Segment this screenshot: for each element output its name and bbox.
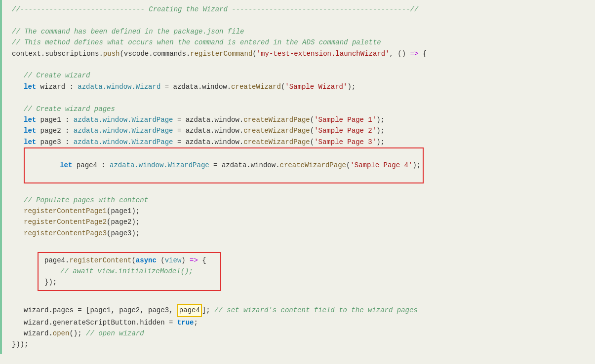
comment-line-2: // This method defines what occurs when … [8,37,595,48]
code-wizard-pages: wizard.pages = [page1, page2, page3, pag… [8,304,595,317]
comment-line-1: // The command has been defined in the p… [8,26,595,37]
code-wizard-open: wizard.open(); // open wizard [8,328,595,339]
blank-line-1 [8,15,595,26]
page4-inline-highlight: page4 [177,304,202,317]
code-let-page4-highlighted: let page4 : azdata.window.WizardPage = a… [8,147,595,183]
blank-line-5 [8,239,595,250]
code-line-push: context.subscriptions.push(vscode.comman… [8,48,595,59]
comment-create-wizard: // Create wizard [8,70,595,81]
code-wizard-generate: wizard.generateScriptButton.hidden = tru… [8,317,595,328]
code-await-initialize: // await view.initializeModel(); [44,266,214,277]
code-let-page2: let page2 : azdata.window.WizardPage = a… [8,125,595,136]
code-let-page3: let page3 : azdata.window.WizardPage = a… [8,137,595,147]
code-container: //------------------------------ Creatin… [0,0,595,354]
code-closing-braces: })); [8,339,595,350]
comment-populate-pages: // Populate pages with content [8,195,595,206]
code-register-page2: registerContentPage2(page2); [8,217,595,227]
left-accent-bar [0,0,2,354]
code-register-content-start: page4.registerContent(async (view) => { [44,255,214,266]
blank-line-2 [8,59,595,70]
code-register-page3: registerContentPage3(page3); [8,228,595,239]
code-let-page1: let page1 : azdata.window.WizardPage = a… [8,114,595,125]
blank-line-4 [8,183,595,194]
code-register-page1: registerContentPage1(page1); [8,206,595,217]
blank-line-3 [8,92,595,103]
comment-create-pages: // Create wizard pages [8,104,595,114]
register-content-block: page4.registerContent(async (view) => { … [38,252,221,291]
code-register-content-end: }); [44,277,214,288]
blank-line-6 [8,293,595,304]
code-let-wizard: let wizard : azdata.window.Wizard = azda… [8,81,595,92]
separator-line: //------------------------------ Creatin… [8,4,595,15]
